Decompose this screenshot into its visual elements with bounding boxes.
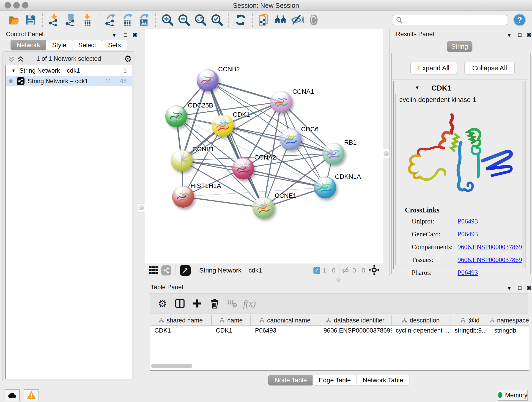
node-rb1[interactable]: [322, 143, 344, 165]
column-header-namespace[interactable]: namespace: [490, 315, 529, 325]
left-splitter-handle[interactable]: [137, 203, 146, 212]
expand-all-button[interactable]: Expand All: [410, 62, 457, 75]
export-image-button[interactable]: [138, 13, 150, 26]
zoom-in-button[interactable]: [161, 13, 174, 26]
collapse-all-button[interactable]: Collapse All: [464, 62, 515, 75]
show-all-button[interactable]: [307, 13, 320, 26]
results-scrollbar[interactable]: [522, 81, 526, 268]
string-view-button[interactable]: [161, 265, 171, 275]
birdseye-button[interactable]: [180, 265, 191, 276]
add-column-button[interactable]: [190, 297, 204, 310]
node-ccna1[interactable]: [270, 91, 292, 113]
node-cdc6[interactable]: [279, 128, 302, 150]
column-header-description[interactable]: description: [392, 315, 450, 325]
memory-button[interactable]: Memory: [498, 390, 528, 401]
gear-icon[interactable]: ⚙: [156, 297, 169, 310]
hide-selected-button[interactable]: [291, 13, 304, 26]
close-panel-icon[interactable]: ✖: [526, 32, 532, 39]
cloud-status-button[interactable]: [5, 389, 20, 401]
tab-string[interactable]: String: [447, 41, 472, 52]
zoom-out-button[interactable]: [177, 13, 190, 26]
first-neighbors-button[interactable]: [274, 13, 287, 26]
node-cdk1[interactable]: [212, 115, 234, 137]
tab-edge-table[interactable]: Edge Table: [312, 375, 357, 385]
import-network-database-button[interactable]: [64, 13, 77, 26]
delete-column-button[interactable]: [208, 297, 222, 310]
node-gloss: [175, 187, 190, 196]
maximize-panel-icon[interactable]: □: [518, 32, 522, 38]
export-table-button[interactable]: [121, 13, 134, 26]
table-cell[interactable]: P06493: [251, 326, 319, 336]
svg-text:?: ?: [517, 15, 522, 24]
refresh-button[interactable]: [234, 13, 247, 26]
tab-sets[interactable]: Sets: [102, 40, 127, 51]
crosslink-link[interactable]: 9606.ENSP00000378699: [457, 256, 525, 263]
collapse-arrow-icon[interactable]: ▼: [11, 68, 16, 73]
column-header-id[interactable]: @id: [450, 315, 490, 325]
zoom-fit-button[interactable]: [194, 13, 207, 26]
protein-section-header[interactable]: ▼ CDK1: [394, 83, 528, 93]
right-splitter-handle[interactable]: [382, 149, 390, 158]
tab-style[interactable]: Style: [46, 40, 72, 51]
column-header-name[interactable]: name: [212, 315, 251, 325]
table-cell[interactable]: 9606.ENSP00000378699: [319, 326, 392, 336]
search-field[interactable]: [393, 15, 507, 25]
float-panel-icon[interactable]: ▾: [508, 285, 511, 292]
hidden-count: 0 - 0: [352, 267, 365, 274]
crosslink-label: Tissues:: [412, 256, 433, 263]
column-header-label: description: [410, 317, 440, 324]
tab-network-table[interactable]: Network Table: [356, 375, 409, 385]
node-ccnb2[interactable]: [196, 69, 219, 91]
table-row[interactable]: CDK1CDK1P064939606.ENSP00000378699cyclin…: [150, 326, 529, 336]
network-collection-row[interactable]: ▼ String Network – cdk1 1: [6, 65, 132, 76]
show-columns-button[interactable]: [173, 297, 187, 310]
node-ccna2[interactable]: [232, 157, 254, 179]
search-input[interactable]: [405, 16, 504, 24]
maximize-panel-icon[interactable]: □: [124, 32, 127, 38]
tab-select[interactable]: Select: [72, 40, 102, 51]
float-panel-icon[interactable]: ▾: [113, 32, 116, 39]
pan-mode-button[interactable]: [369, 265, 380, 276]
network-canvas[interactable]: CCNB2CCNA1CDC25BCDK1CDC6RB1CCNB1CCNA2CDK…: [145, 29, 383, 264]
toolbar-separator: [340, 264, 340, 276]
import-table-file-button[interactable]: [81, 13, 94, 26]
warning-status-button[interactable]: [24, 389, 39, 401]
node-ccnb1[interactable]: [171, 149, 193, 172]
column-header-databaseidentifier[interactable]: database identifier: [319, 315, 392, 325]
close-panel-icon[interactable]: ✖: [133, 32, 138, 39]
grid-mode-button[interactable]: [149, 265, 158, 275]
zoom-selected-button[interactable]: [210, 13, 223, 26]
open-session-button[interactable]: [8, 13, 21, 26]
crosslink-link[interactable]: 9606.ENSP00000378699: [457, 243, 525, 250]
close-panel-icon[interactable]: ✖: [526, 285, 532, 292]
network-row[interactable]: String Network – cdk1 11 48: [6, 76, 132, 86]
import-network-file-button[interactable]: [48, 13, 61, 26]
save-session-button[interactable]: [24, 13, 37, 26]
network-snapshot-button[interactable]: [258, 13, 271, 26]
crosslink-link[interactable]: P06493: [457, 230, 478, 238]
help-button[interactable]: ?: [513, 13, 526, 26]
column-header-sharedname[interactable]: shared name: [150, 315, 212, 325]
column-header-canonicalname[interactable]: canonical name: [251, 315, 319, 325]
table-hscrollbar-thumb[interactable]: [151, 364, 192, 368]
tab-node-table[interactable]: Node Table: [268, 375, 313, 385]
maximize-panel-icon[interactable]: □: [518, 285, 522, 291]
horizontal-splitter-handle[interactable]: [336, 278, 341, 282]
float-panel-icon[interactable]: ▾: [508, 32, 511, 39]
node-ccne1[interactable]: [253, 197, 274, 219]
table-cell[interactable]: stringdb: [490, 326, 529, 336]
tab-network[interactable]: Network: [11, 40, 46, 51]
table-cell[interactable]: CDK1: [212, 326, 251, 336]
node-label-cdk1: CDK1: [233, 111, 250, 118]
table-cell[interactable]: stringdb:9...: [450, 326, 490, 336]
table-cell[interactable]: cyclin-dependent ...: [392, 326, 450, 336]
table-cell[interactable]: CDK1: [150, 326, 212, 336]
gear-icon[interactable]: ⚙: [124, 54, 132, 64]
collapse-arrow-icon[interactable]: ▼: [415, 85, 420, 91]
selected-checkbox[interactable]: ✓: [313, 267, 320, 274]
node-cdc25b[interactable]: [165, 105, 187, 127]
crosslink-link[interactable]: P06493: [457, 269, 478, 276]
node-cdkn1a[interactable]: [314, 177, 336, 198]
crosslink-link[interactable]: P06493: [457, 217, 478, 225]
export-network-button[interactable]: [104, 13, 117, 26]
